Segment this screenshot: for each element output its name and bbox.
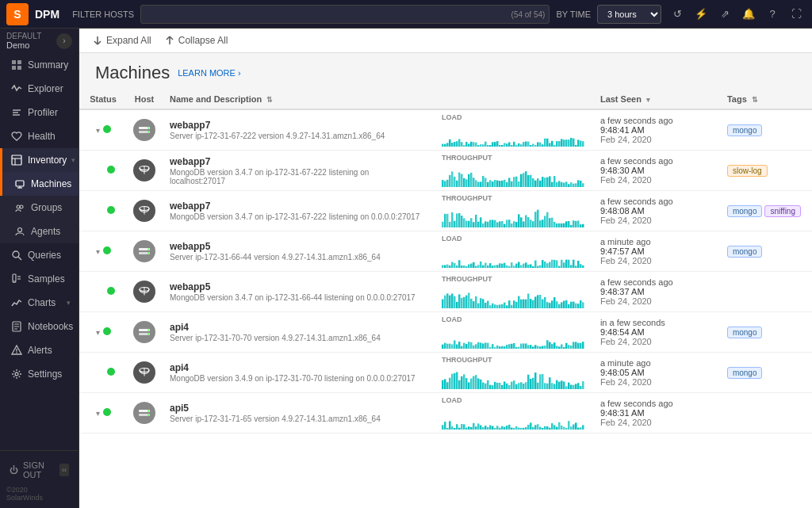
svg-rect-61: [496, 141, 499, 147]
col-tags[interactable]: Tags ⇅: [719, 90, 812, 109]
help-icon[interactable]: ?: [763, 5, 782, 24]
svg-rect-402: [561, 345, 563, 349]
svg-rect-343: [573, 302, 575, 308]
svg-rect-405: [568, 345, 570, 349]
filter-hosts-input[interactable]: [140, 5, 550, 24]
expand-all-btn[interactable]: Expand All: [92, 35, 151, 46]
row-expand-arrow[interactable]: ▾: [96, 328, 100, 337]
learn-more-link[interactable]: LEARN MORE ›: [178, 68, 240, 78]
svg-rect-520: [542, 428, 544, 430]
sidebar-item-samples[interactable]: Samples: [0, 267, 79, 291]
svg-rect-339: [563, 301, 565, 308]
svg-point-37: [147, 132, 149, 133]
bell-icon[interactable]: 🔔: [739, 5, 758, 24]
svg-point-14: [20, 205, 23, 208]
svg-rect-133: [520, 174, 523, 187]
svg-rect-424: [465, 378, 468, 389]
col-status[interactable]: Status: [79, 90, 127, 109]
svg-rect-80: [542, 144, 544, 147]
svg-rect-305: [482, 299, 485, 308]
sidebar-item-machines[interactable]: Machines: [0, 172, 79, 196]
sidebar-item-summary[interactable]: Summary: [0, 53, 79, 77]
svg-rect-131: [515, 177, 518, 187]
row-expand-arrow[interactable]: ▾: [96, 409, 100, 418]
svg-rect-240: [475, 266, 477, 268]
sidebar-collapse-btn[interactable]: ‹‹: [59, 464, 69, 476]
col-name[interactable]: Name and Description ⇅: [162, 90, 434, 109]
svg-rect-478: [442, 425, 444, 430]
svg-rect-345: [577, 304, 580, 308]
svg-point-36: [147, 128, 149, 129]
svg-rect-408: [575, 342, 577, 349]
fullscreen-icon[interactable]: ⛶: [787, 5, 806, 24]
svg-rect-267: [539, 265, 542, 268]
sidebar-item-groups[interactable]: Groups: [0, 196, 79, 220]
svg-rect-231: [454, 263, 456, 268]
svg-rect-48: [465, 142, 468, 147]
lastseen-sort-arrow: ▾: [646, 96, 650, 104]
svg-rect-111: [468, 174, 470, 187]
table-row: ▾ api5 Server ip-172-31-71-65 version 4.…: [79, 393, 812, 434]
sidebar-expand-btn[interactable]: ›: [56, 33, 72, 49]
svg-rect-63: [501, 145, 504, 147]
time-select[interactable]: 3 hours 1 hour 6 hours 24 hours: [597, 5, 661, 24]
share-icon[interactable]: ⇗: [715, 5, 734, 24]
sidebar-item-profiler[interactable]: Profiler: [0, 101, 79, 124]
inventory-label: Inventory: [28, 155, 67, 166]
svg-rect-45: [458, 139, 461, 147]
svg-rect-43: [454, 142, 456, 147]
sidebar-item-agents[interactable]: Agents: [0, 220, 79, 243]
row-tags: [719, 393, 812, 434]
svg-rect-373: [492, 344, 494, 349]
svg-rect-323: [525, 300, 527, 308]
svg-rect-185: [496, 223, 499, 227]
sidebar-item-settings[interactable]: Settings: [0, 362, 79, 386]
svg-rect-219: [577, 220, 580, 227]
filter-label: FILTER HOSTS: [72, 10, 134, 19]
sidebar-item-health[interactable]: Health: [0, 124, 79, 148]
collapse-icon: [164, 35, 175, 46]
svg-rect-142: [542, 177, 544, 187]
svg-rect-362: [465, 344, 468, 349]
svg-rect-367: [477, 342, 480, 349]
svg-rect-280: [570, 265, 573, 268]
svg-rect-480: [446, 428, 449, 430]
svg-rect-437: [496, 383, 499, 389]
app-logo: S: [6, 3, 29, 25]
svg-rect-42: [451, 143, 454, 147]
svg-rect-228: [446, 265, 449, 268]
sidebar-item-explorer[interactable]: Explorer: [0, 77, 79, 101]
expand-all-label: Expand All: [106, 35, 151, 46]
svg-rect-109: [463, 178, 465, 187]
collapse-all-btn[interactable]: Collapse All: [164, 35, 228, 46]
svg-rect-254: [508, 266, 511, 268]
svg-rect-7: [12, 155, 21, 165]
activity-icon[interactable]: ⚡: [691, 5, 710, 24]
svg-rect-51: [473, 142, 475, 147]
svg-rect-331: [544, 297, 546, 308]
row-expand-arrow[interactable]: ▾: [96, 126, 100, 135]
refresh-icon[interactable]: ↺: [668, 5, 687, 24]
row-expand-arrow[interactable]: ▾: [96, 247, 100, 256]
svg-rect-57: [487, 145, 489, 147]
mini-chart: [442, 365, 584, 389]
col-lastseen[interactable]: Last Seen ▾: [592, 90, 719, 109]
svg-rect-368: [480, 342, 482, 349]
explorer-label: Explorer: [28, 83, 63, 94]
svg-rect-441: [506, 384, 508, 389]
svg-rect-398: [551, 344, 553, 349]
sidebar-item-alerts[interactable]: Alerts: [0, 338, 79, 362]
svg-rect-152: [565, 181, 568, 187]
sidebar-item-notebooks[interactable]: Notebooks: [0, 315, 79, 338]
sidebar-item-charts[interactable]: Charts ▾: [0, 291, 79, 315]
svg-rect-364: [470, 342, 473, 349]
sidebar-item-queries[interactable]: Queries: [0, 243, 79, 267]
svg-rect-102: [446, 180, 449, 187]
svg-rect-49: [468, 143, 470, 147]
col-host[interactable]: Host: [127, 90, 162, 109]
queries-icon: [10, 249, 23, 262]
sidebar-item-inventory[interactable]: Inventory ▾: [0, 148, 79, 172]
sign-out-btn[interactable]: ⏻ SIGN OUT ‹‹: [6, 457, 72, 483]
row-name: api4: [170, 322, 426, 333]
profiler-label: Profiler: [28, 107, 58, 118]
